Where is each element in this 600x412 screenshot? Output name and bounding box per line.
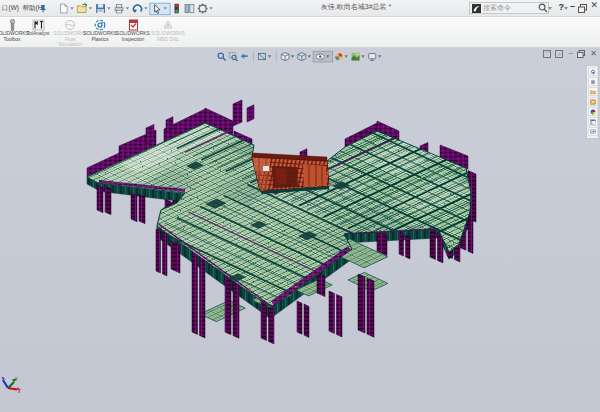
svg-text:x: x [18, 388, 21, 394]
svg-text:y: y [15, 375, 18, 381]
